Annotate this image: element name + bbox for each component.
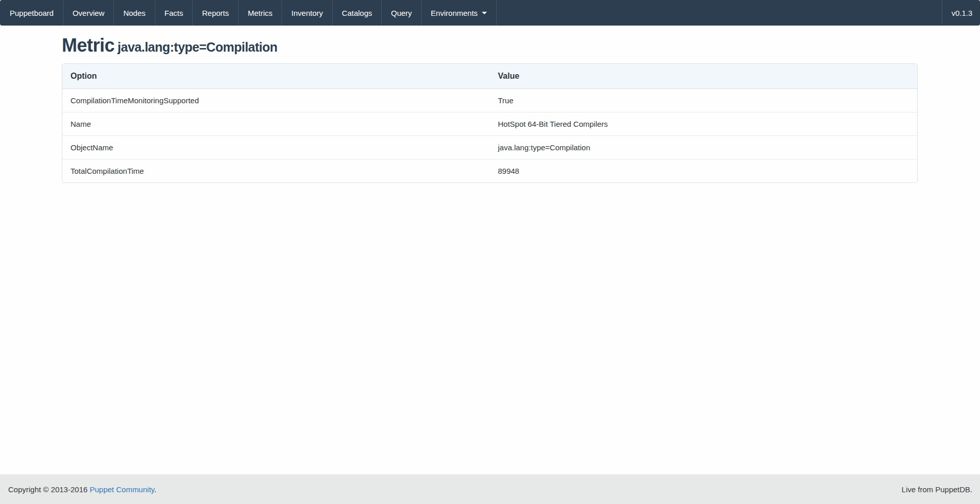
value-cell: 89948 [490,159,918,183]
table-header-row: Option Value [62,64,917,89]
table-row: ObjectName java.lang:type=Compilation [62,136,917,159]
nav-item-reports[interactable]: Reports [193,0,239,26]
option-cell: ObjectName [62,136,490,159]
nav-item-environments-dropdown[interactable]: Environments [422,0,497,26]
navbar-spacer [497,0,942,26]
value-cell: java.lang:type=Compilation [490,136,918,159]
nav-item-nodes[interactable]: Nodes [114,0,155,26]
copyright-text: Copyright © 2013-2016 [8,485,87,494]
caret-down-icon [482,12,487,14]
copyright: Copyright © 2013-2016 Puppet Community. [8,485,156,494]
main-content: Metricjava.lang:type=Compilation Option … [0,26,980,474]
value-cell: True [490,89,918,112]
nav-item-query[interactable]: Query [382,0,422,26]
version-badge: v0.1.3 [942,0,980,26]
option-cell: TotalCompilationTime [62,159,490,183]
copyright-period: . [154,485,156,494]
page-title: Metricjava.lang:type=Compilation [62,35,918,56]
page-title-text: Metric [62,35,114,56]
footer: Copyright © 2013-2016 Puppet Community. … [0,474,980,504]
page-subtitle: java.lang:type=Compilation [118,40,277,54]
navbar-brand[interactable]: Puppetboard [0,0,63,26]
table-row: CompilationTimeMonitoringSupported True [62,89,917,112]
nav-item-inventory[interactable]: Inventory [282,0,333,26]
metric-table: Option Value CompilationTimeMonitoringSu… [62,64,917,182]
column-header-option: Option [62,64,490,89]
value-cell: HotSpot 64-Bit Tiered Compilers [490,112,918,136]
navbar: Puppetboard Overview Nodes Facts Reports… [0,0,980,26]
column-header-value: Value [490,64,918,89]
nav-item-catalogs[interactable]: Catalogs [333,0,382,26]
option-cell: CompilationTimeMonitoringSupported [62,89,490,112]
puppetdb-status: Live from PuppetDB. [902,485,972,494]
nav-item-overview[interactable]: Overview [63,0,114,26]
option-cell: Name [62,112,490,136]
page: Puppetboard Overview Nodes Facts Reports… [0,0,980,504]
table-row: TotalCompilationTime 89948 [62,159,917,183]
metric-table-panel: Option Value CompilationTimeMonitoringSu… [62,63,918,183]
puppet-community-link[interactable]: Puppet Community [90,485,154,494]
nav-item-metrics[interactable]: Metrics [239,0,282,26]
environments-label: Environments [431,9,478,17]
table-row: Name HotSpot 64-Bit Tiered Compilers [62,112,917,136]
nav-item-facts[interactable]: Facts [155,0,193,26]
